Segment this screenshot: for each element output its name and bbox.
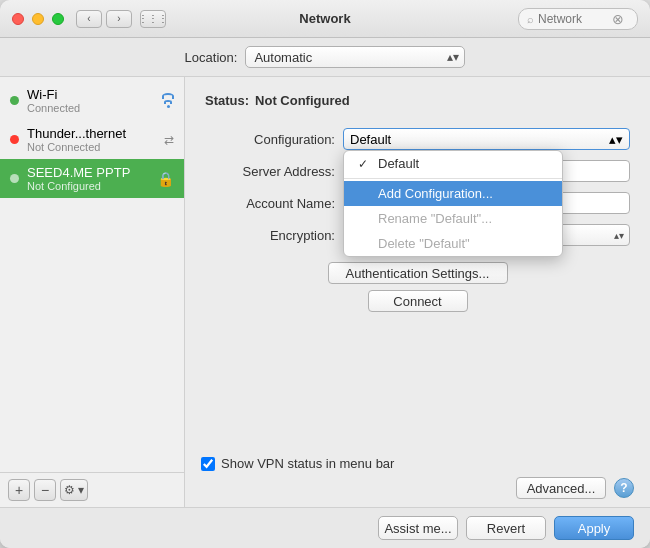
nav-buttons: ‹ › <box>76 10 132 28</box>
wifi-arc1 <box>162 93 174 99</box>
configuration-wrap: Default ▴▾ ✓ Default <box>343 128 630 150</box>
connect-button[interactable]: Connect <box>368 290 468 312</box>
traffic-lights <box>12 13 64 25</box>
assist-me-button[interactable]: Assist me... <box>378 516 458 540</box>
revert-button[interactable]: Revert <box>466 516 546 540</box>
status-row: Status: Not Configured <box>205 93 630 108</box>
account-name-label: Account Name: <box>205 196 335 211</box>
titlebar: ‹ › ⋮⋮⋮ Network ⌕ ⊗ <box>0 0 650 38</box>
auth-settings-button[interactable]: Authentication Settings... <box>328 262 508 284</box>
advanced-button[interactable]: Advanced... <box>516 477 606 499</box>
sidebar-item-sub-vpn: Not Configured <box>27 180 149 192</box>
wifi-icon <box>162 93 174 108</box>
lock-icon: 🔒 <box>157 171 174 187</box>
check-icon: ✓ <box>358 157 372 171</box>
back-button[interactable]: ‹ <box>76 10 102 28</box>
sidebar-item-sub-wifi: Connected <box>27 102 154 114</box>
dropdown-item-delete: Delete "Default" <box>344 231 562 256</box>
sidebar-footer: + − ⚙ ▾ <box>0 472 184 507</box>
dropdown-item-default-label: Default <box>378 156 419 171</box>
arrows-icon: ⇄ <box>164 133 174 147</box>
main-content: Wi-Fi Connected Thunder...thernet Not Co… <box>0 77 650 507</box>
encryption-label: Encryption: <box>205 228 335 243</box>
dropdown-item-rename: Rename "Default"... <box>344 206 562 231</box>
configuration-row: Configuration: Default ▴▾ ✓ Default <box>205 128 630 150</box>
close-button[interactable] <box>12 13 24 25</box>
server-address-label: Server Address: <box>205 164 335 179</box>
dropdown-item-default[interactable]: ✓ Default <box>344 151 562 176</box>
show-vpn-checkbox[interactable] <box>201 457 215 471</box>
configuration-dropdown: ✓ Default Add Configuration... Rename "D… <box>343 150 563 257</box>
location-label: Location: <box>185 50 238 65</box>
show-vpn-label: Show VPN status in menu bar <box>221 456 394 471</box>
dropdown-item-add-label: Add Configuration... <box>378 186 493 201</box>
sidebar-item-info-wifi: Wi-Fi Connected <box>27 87 154 114</box>
auth-btn-row: Authentication Settings... <box>205 262 630 284</box>
sidebar-item-wifi[interactable]: Wi-Fi Connected <box>0 81 184 120</box>
form-section: Configuration: Default ▴▾ ✓ Default <box>205 128 630 246</box>
dropdown-item-add[interactable]: Add Configuration... <box>344 181 562 206</box>
sidebar-item-sub-thunderbolt: Not Connected <box>27 141 156 153</box>
apply-button[interactable]: Apply <box>554 516 634 540</box>
status-value: Not Configured <box>255 93 350 108</box>
search-box[interactable]: ⌕ ⊗ <box>518 8 638 30</box>
minimize-button[interactable] <box>32 13 44 25</box>
window-title: Network <box>299 11 350 26</box>
connect-btn-row: Connect <box>205 290 630 312</box>
right-panel: Status: Not Configured Configuration: De… <box>185 77 650 507</box>
status-dot-thunderbolt <box>10 135 19 144</box>
configuration-arrow-icon: ▴▾ <box>609 132 623 147</box>
search-input[interactable] <box>538 12 608 26</box>
wifi-arc3 <box>167 105 170 108</box>
dropdown-divider <box>344 178 562 179</box>
sidebar-item-name-wifi: Wi-Fi <box>27 87 154 102</box>
checkbox-row: Show VPN status in menu bar <box>201 456 634 471</box>
sidebar-item-name-thunderbolt: Thunder...thernet <box>27 126 156 141</box>
configuration-selected-value: Default <box>350 132 391 147</box>
status-label: Status: <box>205 93 249 108</box>
network-gear-button[interactable]: ⚙ ▾ <box>60 479 88 501</box>
wifi-arc2 <box>164 100 172 104</box>
network-preferences-window: ‹ › ⋮⋮⋮ Network ⌕ ⊗ Location: Automatic … <box>0 0 650 548</box>
search-icon: ⌕ <box>527 13 534 25</box>
dropdown-item-rename-label: Rename "Default"... <box>378 211 492 226</box>
sidebar-list: Wi-Fi Connected Thunder...thernet Not Co… <box>0 77 184 472</box>
sidebar-item-thunderbolt[interactable]: Thunder...thernet Not Connected ⇄ <box>0 120 184 159</box>
grid-button[interactable]: ⋮⋮⋮ <box>140 10 166 28</box>
sidebar-item-name-vpn: SEED4.ME PPTP <box>27 165 149 180</box>
remove-network-button[interactable]: − <box>34 479 56 501</box>
sidebar-item-info-vpn: SEED4.ME PPTP Not Configured <box>27 165 149 192</box>
sidebar-item-info-thunderbolt: Thunder...thernet Not Connected <box>27 126 156 153</box>
configuration-select[interactable]: Default ▴▾ <box>343 128 630 150</box>
dropdown-item-delete-label: Delete "Default" <box>378 236 470 251</box>
maximize-button[interactable] <box>52 13 64 25</box>
status-dot-wifi <box>10 96 19 105</box>
forward-button[interactable]: › <box>106 10 132 28</box>
search-clear-icon[interactable]: ⊗ <box>612 11 624 27</box>
bottom-actions: Advanced... ? <box>201 477 634 499</box>
add-network-button[interactable]: + <box>8 479 30 501</box>
sidebar: Wi-Fi Connected Thunder...thernet Not Co… <box>0 77 185 507</box>
window-footer: Assist me... Revert Apply <box>0 507 650 548</box>
bottom-section: Show VPN status in menu bar Advanced... … <box>201 456 634 499</box>
configuration-label: Configuration: <box>205 132 335 147</box>
sidebar-item-vpn[interactable]: SEED4.ME PPTP Not Configured 🔒 <box>0 159 184 198</box>
location-select[interactable]: Automatic <box>245 46 465 68</box>
help-button[interactable]: ? <box>614 478 634 498</box>
status-dot-vpn <box>10 174 19 183</box>
location-select-wrap: Automatic ▴▾ <box>245 46 465 68</box>
location-bar: Location: Automatic ▴▾ <box>0 38 650 77</box>
